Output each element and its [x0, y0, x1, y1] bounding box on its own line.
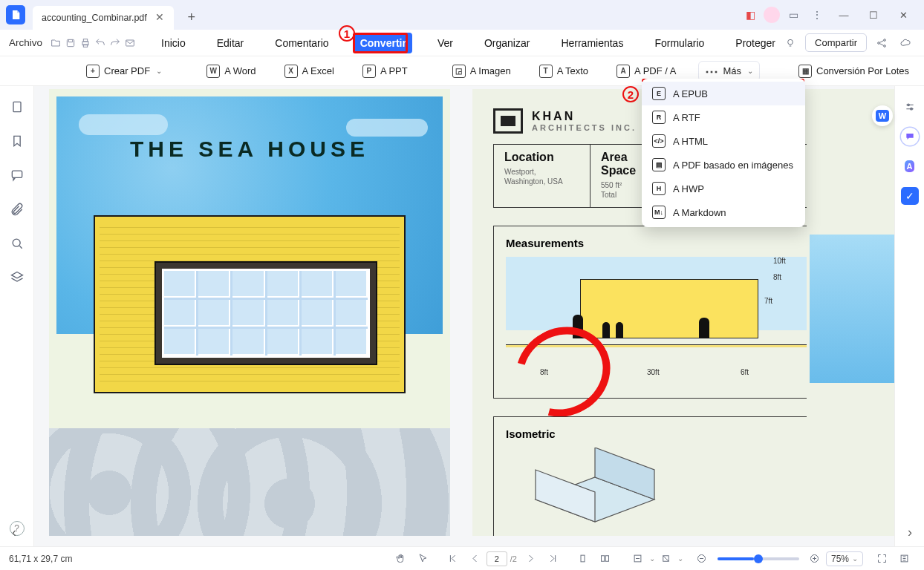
- thumbnails-icon[interactable]: [10, 99, 25, 114]
- window-minimize[interactable]: —: [829, 4, 859, 25]
- tab-inicio[interactable]: Inicio: [155, 33, 192, 53]
- undo-icon[interactable]: [94, 33, 106, 53]
- two-page-icon[interactable]: [596, 549, 615, 569]
- comment-icon[interactable]: ▭: [783, 4, 804, 25]
- page1-house: [94, 215, 406, 438]
- select-tool-icon[interactable]: [414, 549, 433, 569]
- rotate-icon[interactable]: [657, 549, 676, 569]
- fullscreen-icon[interactable]: [872, 549, 891, 569]
- prev-page-chevron[interactable]: ‹: [6, 524, 22, 540]
- coords-label: 61,71 x 29,7 cm: [9, 554, 72, 564]
- word-icon: W: [206, 65, 220, 78]
- dim-8ft-r: 8ft: [773, 273, 781, 281]
- tab-proteger[interactable]: Proteger: [729, 33, 781, 53]
- controls-icon[interactable]: [901, 98, 919, 116]
- menubar: Archivo Inicio Editar Comentario Convert…: [0, 30, 924, 56]
- to-pdfa-label: A PDF / A: [634, 65, 676, 76]
- location-v1: Westport,: [504, 168, 536, 176]
- zoom-value: 75%: [831, 554, 849, 564]
- location-title: Location: [504, 151, 579, 164]
- word-float-badge[interactable]: W: [872, 105, 893, 126]
- chevron-down-icon: ⌄: [747, 67, 753, 75]
- svg-rect-19: [602, 556, 605, 562]
- tab-convertir[interactable]: Convertir: [354, 33, 412, 53]
- share-button[interactable]: Compartir: [805, 33, 867, 52]
- tab-ver[interactable]: Ver: [432, 33, 459, 53]
- window-maximize[interactable]: ☐: [859, 4, 888, 25]
- fit-width-icon[interactable]: [628, 549, 648, 569]
- menu-file[interactable]: Archivo: [7, 37, 48, 48]
- save-icon[interactable]: [65, 33, 77, 53]
- ai-icon[interactable]: A: [901, 157, 919, 175]
- tab-formulario[interactable]: Formulario: [648, 33, 710, 53]
- email-icon[interactable]: [124, 33, 136, 53]
- open-icon[interactable]: [50, 33, 62, 53]
- to-image-button[interactable]: ◲ A Imagen: [446, 62, 517, 81]
- dd-hwp-label: A HWP: [673, 183, 704, 194]
- batch-convert-button[interactable]: ▦ Conversión Por Lotes: [793, 62, 915, 81]
- dd-hwp[interactable]: H A HWP: [642, 177, 805, 200]
- page-input[interactable]: [487, 551, 507, 566]
- dd-html[interactable]: </> A HTML: [642, 129, 805, 153]
- document-tab[interactable]: accounting_Combinar.pdf ✕: [33, 6, 174, 30]
- zoom-in-icon[interactable]: [805, 549, 824, 569]
- tab-editar[interactable]: Editar: [211, 33, 250, 53]
- redo-icon[interactable]: [109, 33, 121, 53]
- window-close[interactable]: ✕: [888, 4, 918, 25]
- to-excel-button[interactable]: X A Excel: [279, 62, 340, 81]
- read-mode-icon[interactable]: [894, 549, 914, 569]
- chat-icon[interactable]: [901, 128, 919, 145]
- epub-icon: E: [652, 87, 666, 100]
- check-icon[interactable]: ✓: [901, 187, 919, 205]
- first-page-icon[interactable]: [443, 549, 463, 569]
- bookmarks-icon[interactable]: [10, 134, 25, 148]
- print-icon[interactable]: [79, 33, 91, 53]
- attachments-icon[interactable]: [10, 202, 25, 217]
- comments-icon[interactable]: [10, 168, 25, 183]
- pdf-icon[interactable]: ◧: [740, 4, 761, 25]
- to-ppt-button[interactable]: P A PPT: [357, 62, 414, 81]
- single-page-icon[interactable]: [573, 549, 593, 569]
- share-nodes-icon[interactable]: [873, 34, 891, 52]
- page-2-continued: 10ft: [807, 89, 894, 536]
- dd-markdown[interactable]: M↓ A Markdown: [642, 200, 805, 224]
- last-page-icon[interactable]: [544, 549, 563, 569]
- next-page-icon[interactable]: [521, 549, 541, 569]
- search-icon[interactable]: [10, 236, 25, 251]
- tab-organizar[interactable]: Organizar: [478, 33, 536, 53]
- to-pdfa-button[interactable]: A A PDF / A: [611, 62, 682, 81]
- layers-icon[interactable]: [10, 270, 25, 285]
- prev-page-icon[interactable]: [466, 549, 485, 569]
- zoom-select[interactable]: 75% ⌄: [826, 551, 863, 566]
- create-pdf-button[interactable]: + Crear PDF ⌄: [80, 62, 168, 81]
- lightbulb-icon[interactable]: [781, 34, 799, 52]
- tab-close-icon[interactable]: ✕: [154, 13, 165, 23]
- hand-tool-icon[interactable]: [391, 549, 411, 569]
- expand-icon[interactable]: [920, 34, 924, 52]
- cloud-icon[interactable]: [897, 34, 914, 52]
- to-ppt-label: A PPT: [380, 65, 408, 76]
- svg-rect-20: [606, 556, 609, 562]
- next-page-chevron[interactable]: ›: [902, 524, 918, 540]
- more-vertical-icon[interactable]: ⋮: [807, 4, 827, 25]
- to-word-button[interactable]: W A Word: [201, 62, 261, 81]
- dd-rtf[interactable]: R A RTF: [642, 105, 805, 129]
- dd-epub[interactable]: E A EPUB: [642, 82, 805, 105]
- zoom-slider[interactable]: [718, 557, 799, 560]
- user-avatar-icon[interactable]: [764, 7, 780, 23]
- tab-herramientas[interactable]: Herramientas: [555, 33, 629, 53]
- to-text-button[interactable]: T A Texto: [533, 62, 594, 81]
- brand-logo-icon: [493, 108, 523, 134]
- area-v2: Total: [601, 191, 616, 199]
- to-excel-label: A Excel: [302, 65, 334, 76]
- svg-marker-15: [536, 470, 595, 522]
- new-tab-button[interactable]: +: [181, 7, 202, 27]
- tab-comentario[interactable]: Comentario: [269, 33, 334, 53]
- plus-icon: +: [86, 65, 100, 78]
- zoom-out-icon[interactable]: [692, 549, 712, 569]
- menu-tabs: Inicio Editar Comentario Convertir Ver O…: [155, 33, 781, 53]
- svg-rect-4: [126, 40, 134, 46]
- dd-markdown-label: A Markdown: [673, 207, 726, 218]
- dd-pdfimg[interactable]: ▤ A PDF basado en imágenes: [642, 153, 805, 177]
- left-sidebar: ?: [0, 86, 34, 546]
